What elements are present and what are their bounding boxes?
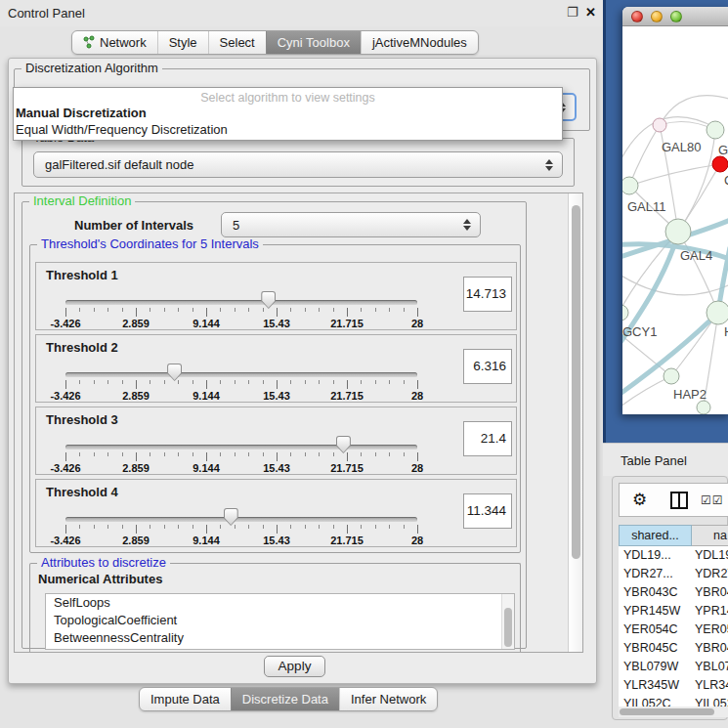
attributes-group-title: Attributes to discretize (37, 556, 170, 570)
threshold-1-row: Threshold 1 -3.4262.8599.14415.4321.7152… (35, 262, 517, 330)
node-gal11[interactable] (622, 177, 638, 194)
threshold-3-slider-track[interactable] (65, 445, 417, 450)
table-rows: YDL19... YDL19... YDR27... YDR27... YBR0… (619, 546, 728, 707)
node-top-right[interactable] (707, 121, 724, 139)
table-row[interactable]: YPR145W YPR145W (619, 602, 728, 621)
network-graph: GAL80 GA C GAL11 GAL4 GCY1 H HAP2 (622, 26, 728, 414)
node-gal80[interactable] (653, 118, 666, 132)
node-red-selected[interactable] (712, 156, 728, 172)
close-traffic-light-icon[interactable] (631, 11, 643, 22)
threshold-2-value-field[interactable]: 6.316 (463, 349, 512, 384)
threshold-1-value-field[interactable]: 14.713 (463, 277, 512, 312)
zoom-traffic-light-icon[interactable] (670, 11, 682, 22)
threshold-4-ticks (65, 525, 417, 534)
table-row[interactable]: YDR27... YDR27... (619, 565, 728, 583)
threshold-3-ticks (65, 452, 417, 461)
node-label-hap2: HAP2 (673, 387, 707, 402)
table-row[interactable]: YBR045C YBR045C (619, 639, 728, 658)
threshold-1-slider-track[interactable] (65, 300, 417, 305)
tab-impute-data[interactable]: Impute Data (140, 688, 231, 710)
threshold-1-slider-thumb[interactable] (261, 291, 276, 309)
column-layout-icon[interactable] (670, 492, 688, 512)
minimize-traffic-light-icon[interactable] (651, 11, 663, 22)
table-row[interactable]: YIL052C YIL052C (619, 695, 728, 707)
table-row[interactable]: YLR345W YLR345W (619, 676, 728, 695)
stepper-arrows-icon (545, 159, 553, 171)
table-panel-header: Table Panel (603, 443, 728, 476)
select-columns-checkboxes-icon[interactable]: ☑☑ (701, 493, 724, 507)
dropdown-option-equal-width-frequency[interactable]: Equal Width/Frequency Discretization (14, 121, 562, 138)
interval-definition-group: Interval Definition Number of Intervals … (21, 201, 527, 649)
scrollbar-thumb[interactable] (572, 205, 580, 559)
gear-icon[interactable]: ⚙ (632, 490, 647, 510)
table-data-combobox[interactable]: galFiltered.sif default node (33, 151, 563, 178)
numerical-attributes-list[interactable]: SelfLoops TopologicalCoefficient Between… (45, 593, 515, 650)
control-panel-title: Control Panel (8, 6, 85, 21)
threshold-4-row: Threshold 4 -3.4262.8599.14415.4321.7152… (35, 479, 517, 547)
network-view-window[interactable]: GAL80 GA C GAL11 GAL4 GCY1 H HAP2 (622, 7, 728, 414)
threshold-2-slider-thumb[interactable] (167, 364, 182, 381)
list-item[interactable]: BetweennessCentrality (46, 629, 514, 647)
apply-button[interactable]: Apply (264, 656, 325, 677)
node-gcy1[interactable] (622, 305, 628, 321)
settings-vertical-scrollbar[interactable] (568, 193, 582, 652)
node-label-partial-top: GA (718, 143, 728, 157)
threshold-1-tick-labels: -3.4262.8599.14415.4321.71528 (65, 318, 417, 329)
tab-discretize-data[interactable]: Discretize Data (231, 688, 339, 710)
tab-cyni-toolbox[interactable]: Cyni Toolbox (266, 31, 361, 54)
tab-select[interactable]: Select (208, 31, 266, 54)
algorithm-dropdown-popup: Select algorithm to view settings Manual… (13, 87, 563, 141)
close-icon[interactable]: ✕ (585, 5, 596, 20)
table-row[interactable]: YER054C YER054C (619, 621, 728, 639)
tab-style[interactable]: Style (157, 31, 208, 54)
scrollbar-thumb[interactable] (620, 708, 714, 715)
threshold-2-ticks (65, 380, 417, 389)
threshold-2-slider-track[interactable] (65, 372, 417, 377)
settings-scroll-panel: Interval Definition Number of Intervals … (14, 193, 583, 653)
table-row[interactable]: YBR043C YBR043C (619, 583, 728, 602)
threshold-4-slider-thumb[interactable] (224, 508, 238, 526)
tab-infer-network[interactable]: Infer Network (339, 688, 437, 710)
dropdown-option-manual-discretization[interactable]: Manual Discretization (14, 105, 562, 121)
threshold-4-value-field[interactable]: 11.344 (463, 493, 512, 529)
table-horizontal-scrollbar[interactable] (619, 707, 728, 717)
dropdown-placeholder-option[interactable]: Select algorithm to view settings (14, 88, 562, 105)
network-canvas[interactable]: GAL80 GA C GAL11 GAL4 GCY1 H HAP2 (622, 26, 728, 414)
network-icon (83, 35, 95, 52)
float-window-icon[interactable]: ❐ (567, 5, 578, 20)
table-panel: ⚙ ☑☑ shared... na YDL19... YDL19... YDR2… (612, 476, 728, 720)
threshold-4-slider-track[interactable] (65, 517, 417, 522)
node-label-gal11: GAL11 (627, 199, 666, 214)
threshold-1-ticks (65, 308, 417, 317)
list-item[interactable]: TopologicalCoefficient (46, 612, 514, 629)
threshold-2-tick-labels: -3.4262.8599.14415.4321.71528 (65, 390, 417, 402)
number-of-intervals-combobox[interactable]: 5 (221, 212, 481, 237)
threshold-3-slider-thumb[interactable] (336, 436, 351, 453)
node-label-gcy1: GCY1 (622, 324, 657, 339)
table-column-headers: shared... na (619, 525, 728, 546)
threshold-3-value-field[interactable]: 21.4 (463, 421, 512, 456)
node-gal4[interactable] (665, 219, 691, 244)
node-hap2[interactable] (664, 368, 679, 384)
threshold-3-row: Threshold 3 -3.4262.8599.14415.4321.7152… (35, 407, 517, 475)
tab-jactivemnodules[interactable]: jActiveMNodules (361, 31, 478, 54)
attributes-scrollbar[interactable] (501, 594, 514, 649)
network-window-titlebar[interactable] (622, 7, 728, 26)
list-item[interactable]: SelfLoops (46, 594, 514, 612)
node-label-gal4: GAL4 (680, 248, 712, 263)
node-label-gal80: GAL80 (662, 140, 701, 154)
threshold-3-tick-labels: -3.4262.8599.14415.4321.71528 (65, 462, 417, 474)
attributes-group: Attributes to discretize Numerical Attri… (29, 563, 521, 653)
column-header-shared-name[interactable]: shared... (619, 525, 692, 546)
column-header-name[interactable]: na (692, 525, 728, 546)
node-bottom-right[interactable] (697, 401, 710, 414)
thresholds-group: Threshold's Coordinates for 5 Intervals … (29, 244, 521, 553)
interval-definition-title: Interval Definition (29, 194, 135, 208)
node-h[interactable] (707, 301, 728, 324)
scrollbar-thumb[interactable] (504, 608, 512, 647)
table-toolbar: ⚙ ☑☑ (619, 483, 728, 517)
table-row[interactable]: YBL079W YBL079W (619, 658, 728, 676)
tab-network[interactable]: Network (72, 31, 157, 54)
table-row[interactable]: YDL19... YDL19... (619, 546, 728, 565)
table-panel-title: Table Panel (621, 453, 687, 468)
